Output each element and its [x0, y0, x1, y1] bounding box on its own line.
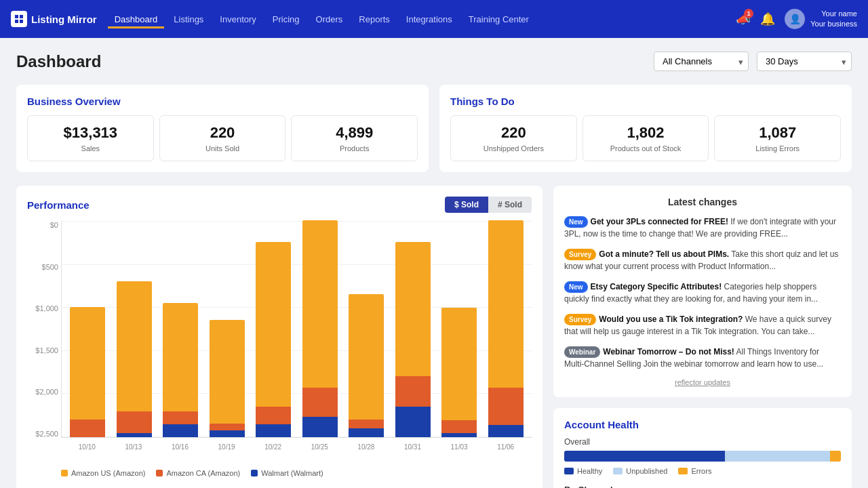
errors-legend-item: Errors — [678, 467, 711, 475]
chart-bar-group — [113, 220, 157, 437]
listing-errors-metric: 1,087 Listing Errors — [714, 115, 841, 161]
avatar: 👤 — [785, 9, 805, 29]
navigation: Listing Mirror Dashboard Listings Invent… — [0, 0, 868, 38]
x-label: 10/25 — [298, 441, 342, 465]
nav-training-center[interactable]: Training Center — [462, 10, 536, 28]
chart-container: $2,500 $2,000 $1,500 $1,000 $500 $0 — [27, 221, 532, 465]
nav-inventory[interactable]: Inventory — [213, 10, 262, 28]
notifications-button[interactable]: 📣 1 — [736, 12, 751, 26]
toggle-btn-group: $ Sold # Sold — [445, 197, 532, 213]
nav-pricing[interactable]: Pricing — [266, 10, 307, 28]
change-badge: New — [564, 281, 588, 293]
user-menu[interactable]: 👤 Your name Your business — [785, 9, 857, 30]
things-to-do-title: Things To Do — [450, 96, 841, 107]
unshipped-label: Unshipped Orders — [456, 144, 571, 152]
nav-integrations[interactable]: Integrations — [399, 10, 459, 28]
chart-bar-group — [484, 220, 528, 437]
listing-errors-label: Listing Errors — [720, 144, 835, 152]
bar-segment — [441, 420, 477, 433]
chart-bar-group — [205, 220, 250, 437]
changes-container: NewGet your 3PLs connected for FREE! If … — [564, 216, 841, 370]
bar-segment — [302, 220, 338, 388]
latest-changes-section: Latest changes NewGet your 3PLs connecte… — [553, 186, 852, 397]
list-item: SurveyGot a minute? Tell us about PIMs. … — [564, 248, 841, 272]
svg-rect-2 — [15, 20, 18, 23]
days-filter[interactable]: 30 Days 7 Days 60 Days 90 Days — [757, 52, 852, 71]
out-of-stock-label: Products out of Stock — [589, 144, 703, 152]
nav-reports[interactable]: Reports — [352, 10, 397, 28]
bar-segment — [395, 242, 431, 376]
account-health-section: Account Health Overall Healthy Unpublish… — [553, 408, 852, 488]
business-overview-card: Business Overview $13,313 Sales 220 Unit… — [16, 85, 429, 172]
change-badge: Webinar — [564, 346, 600, 358]
nav-right: 📣 1 🔔 👤 Your name Your business — [736, 9, 857, 30]
svg-rect-3 — [20, 20, 23, 23]
x-label: 10/31 — [391, 441, 435, 465]
x-label: 11/06 — [484, 441, 528, 465]
performance-header: Performance $ Sold # Sold — [27, 197, 532, 213]
x-label: 10/13 — [112, 441, 156, 465]
x-label: 10/10 — [65, 441, 109, 465]
sales-value: $13,313 — [33, 124, 148, 142]
bar-segment — [210, 424, 245, 430]
sales-label: Sales — [33, 144, 148, 152]
healthy-bar-segment — [564, 451, 725, 462]
svg-rect-0 — [15, 15, 18, 18]
errors-legend-dot — [678, 468, 688, 474]
reflector-link[interactable]: reflector updates — [564, 378, 841, 386]
x-label: 10/16 — [158, 441, 202, 465]
nav-orders[interactable]: Orders — [309, 10, 350, 28]
performance-title: Performance — [27, 199, 445, 211]
bar-segment — [441, 308, 477, 420]
legend-walmart: Walmart (Walmart) — [251, 469, 323, 477]
bottom-row: Performance $ Sold # Sold $2,500 $2,000 … — [16, 186, 852, 488]
chart-area — [61, 221, 532, 438]
nav-dashboard[interactable]: Dashboard — [108, 10, 165, 28]
bar-segment — [163, 411, 198, 424]
unpublished-label: Unpublished — [626, 467, 667, 475]
list-item: NewGet your 3PLs connected for FREE! If … — [564, 216, 841, 240]
chart-bar-group — [344, 220, 389, 437]
user-business: Your business — [810, 19, 857, 29]
bar-segment — [163, 424, 198, 437]
units-sold-label: Units Sold — [165, 144, 280, 152]
cards-row: Business Overview $13,313 Sales 220 Unit… — [16, 85, 852, 172]
bar-segment — [70, 307, 105, 420]
unpublished-bar-segment — [725, 451, 830, 462]
chart-legend: Amazon US (Amazon) Amazon CA (Amazon) Wa… — [27, 469, 532, 477]
sold-units-button[interactable]: # Sold — [488, 197, 532, 213]
unpublished-legend-item: Unpublished — [613, 467, 667, 475]
products-value: 4,899 — [297, 124, 412, 142]
legend-amazon-ca-label: Amazon CA (Amazon) — [166, 469, 240, 477]
x-label: 11/03 — [437, 441, 481, 465]
bell-button[interactable]: 🔔 — [760, 12, 775, 26]
filter-dropdowns: All Channels Amazon US Amazon CA Walmart… — [654, 52, 852, 71]
bar-segment — [256, 407, 291, 424]
bar-segment — [441, 433, 477, 437]
channels-select[interactable]: All Channels Amazon US Amazon CA Walmart — [654, 52, 749, 71]
healthy-legend-item: Healthy — [564, 467, 602, 475]
right-panel: Latest changes NewGet your 3PLs connecte… — [553, 186, 852, 488]
chart-bar-group — [391, 220, 435, 437]
account-health-title: Account Health — [564, 419, 841, 430]
overall-label: Overall — [564, 437, 841, 447]
bar-segment — [256, 424, 291, 437]
notification-badge: 1 — [744, 9, 753, 18]
logo: Listing Mirror — [11, 11, 97, 27]
channels-filter[interactable]: All Channels Amazon US Amazon CA Walmart — [654, 52, 749, 71]
chart-bar-group — [437, 220, 481, 437]
svg-rect-1 — [20, 15, 23, 18]
change-badge: Survey — [564, 314, 596, 325]
bar-segment — [117, 433, 152, 437]
nav-listings[interactable]: Listings — [167, 10, 210, 28]
list-item: SurveyWould you use a Tik Tok integratio… — [564, 313, 841, 338]
legend-amazon-ca-dot — [156, 470, 163, 476]
page-header: Dashboard All Channels Amazon US Amazon … — [16, 52, 852, 71]
bar-segment — [349, 294, 384, 420]
overall-health-bar — [564, 451, 841, 462]
bar-segment — [302, 417, 338, 437]
change-badge: New — [564, 216, 588, 228]
days-select[interactable]: 30 Days 7 Days 60 Days 90 Days — [757, 52, 852, 71]
sold-dollars-button[interactable]: $ Sold — [445, 197, 488, 213]
products-metric: 4,899 Products — [291, 115, 418, 161]
